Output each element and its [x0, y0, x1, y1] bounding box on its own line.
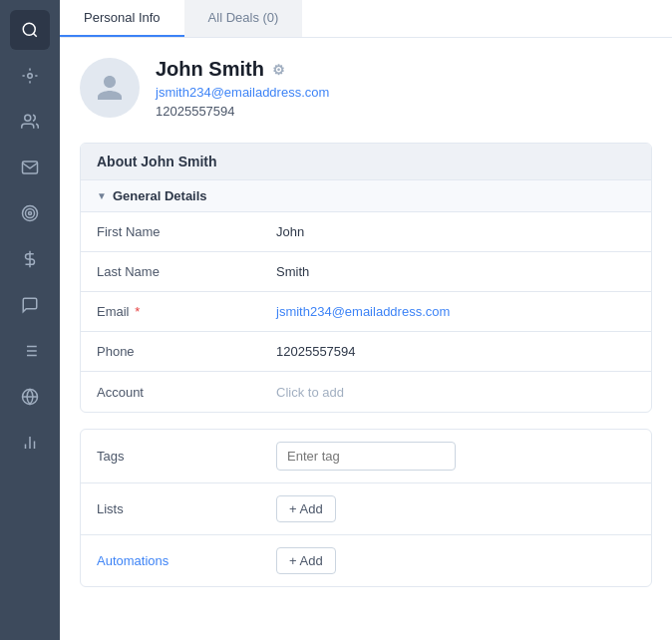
lists-add-button[interactable]: + Add	[276, 495, 336, 522]
tag-input[interactable]	[276, 442, 456, 471]
sidebar	[0, 0, 60, 640]
sidebar-item-people[interactable]	[10, 102, 50, 142]
about-card: About John Smith ▼ General Details First…	[80, 143, 652, 413]
lists-label: Lists	[97, 501, 276, 516]
field-value-phone: 12025557594	[276, 344, 356, 359]
sidebar-item-list[interactable]	[10, 331, 50, 371]
sidebar-item-target[interactable]	[10, 193, 50, 233]
svg-line-1	[33, 33, 36, 36]
field-label-email: Email *	[97, 304, 276, 319]
sidebar-item-dollar[interactable]	[10, 239, 50, 279]
svg-point-2	[28, 74, 33, 79]
required-marker: *	[135, 304, 140, 319]
automations-add-button[interactable]: + Add	[276, 547, 336, 574]
tab-personal-info[interactable]: Personal Info	[60, 0, 184, 37]
svg-point-6	[29, 212, 32, 215]
sidebar-item-search[interactable]	[10, 10, 50, 50]
profile-name-text: John Smith	[156, 58, 264, 81]
automations-row: Automations + Add	[81, 535, 651, 586]
field-row-last-name: Last Name Smith	[81, 252, 651, 292]
about-card-header: About John Smith	[81, 144, 651, 180]
field-value-first-name: John	[276, 224, 304, 239]
svg-point-5	[26, 209, 35, 218]
sidebar-item-pin[interactable]	[10, 56, 50, 96]
sidebar-item-globe[interactable]	[10, 377, 50, 417]
tab-all-deals[interactable]: All Deals (0)	[184, 0, 303, 37]
profile-phone: 12025557594	[156, 104, 329, 119]
profile-header: John Smith ⚙ jsmith234@emailaddress.com …	[80, 58, 652, 119]
svg-point-3	[25, 115, 31, 121]
automations-label: Automations	[97, 553, 276, 568]
sidebar-item-mail[interactable]	[10, 148, 50, 187]
field-value-account[interactable]: Click to add	[276, 385, 344, 400]
field-row-first-name: First Name John	[81, 212, 651, 252]
extras-card: Tags Lists + Add Automations + Add	[80, 429, 652, 587]
chevron-down-icon: ▼	[97, 190, 107, 201]
field-value-email[interactable]: jsmith234@emailaddress.com	[276, 304, 450, 319]
field-label-first-name: First Name	[97, 224, 276, 239]
field-row-phone: Phone 12025557594	[81, 332, 651, 372]
avatar	[80, 58, 140, 118]
sidebar-item-chat[interactable]	[10, 285, 50, 325]
profile-name-row: John Smith ⚙	[156, 58, 329, 81]
svg-point-0	[23, 23, 35, 35]
tags-row: Tags	[81, 430, 651, 483]
tabs-bar: Personal Info All Deals (0)	[60, 0, 672, 38]
general-details-section-header[interactable]: ▼ General Details	[81, 180, 651, 212]
field-value-last-name: Smith	[276, 264, 309, 279]
field-row-account[interactable]: Account Click to add	[81, 372, 651, 412]
profile-email[interactable]: jsmith234@emailaddress.com	[156, 85, 329, 100]
sidebar-item-chart[interactable]	[10, 423, 50, 463]
field-label-phone: Phone	[97, 344, 276, 359]
field-label-last-name: Last Name	[97, 264, 276, 279]
gear-icon[interactable]: ⚙	[272, 62, 285, 78]
content-area: John Smith ⚙ jsmith234@emailaddress.com …	[60, 38, 672, 640]
main-panel: Personal Info All Deals (0) John Smith ⚙…	[60, 0, 672, 640]
field-row-email: Email * jsmith234@emailaddress.com	[81, 292, 651, 332]
field-label-account: Account	[97, 385, 276, 400]
profile-info: John Smith ⚙ jsmith234@emailaddress.com …	[156, 58, 329, 119]
lists-row: Lists + Add	[81, 483, 651, 535]
tags-label: Tags	[97, 449, 276, 464]
general-details-label: General Details	[113, 188, 207, 203]
